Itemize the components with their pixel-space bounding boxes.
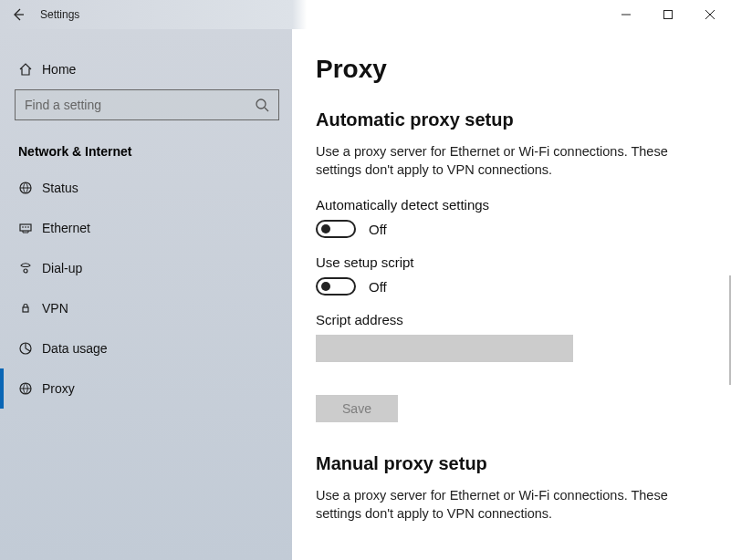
sidebar-item-ethernet[interactable]: Ethernet [0,208,292,248]
data-usage-icon [18,339,42,358]
dialup-icon [18,259,42,277]
script-address-label: Script address [316,312,704,327]
auto-proxy-heading: Automatic proxy setup [316,109,704,130]
sidebar-item-label: VPN [42,301,68,316]
save-button[interactable]: Save [316,395,398,422]
sidebar-item-label: Status [42,181,78,195]
sidebar-item-status[interactable]: Status [0,168,292,208]
main-content: Proxy Automatic proxy setup Use a proxy … [292,29,731,560]
home-icon [18,60,42,78]
sidebar: Home Network & Internet Status Ethernet … [0,29,292,560]
svg-rect-5 [23,307,28,312]
sidebar-item-datausage[interactable]: Data usage [0,328,292,368]
manual-proxy-desc: Use a proxy server for Ethernet or Wi-Fi… [316,487,704,523]
search-input-wrap[interactable] [15,89,279,120]
title-bar: Settings [0,0,731,29]
auto-detect-label: Automatically detect settings [316,197,704,213]
auto-detect-toggle[interactable] [316,220,356,238]
sidebar-home-label: Home [42,62,76,77]
search-input[interactable] [25,98,245,112]
close-button[interactable] [689,0,731,29]
toggle-knob [321,224,330,233]
sidebar-item-label: Proxy [42,381,75,396]
sidebar-home[interactable]: Home [0,49,292,89]
script-address-input[interactable] [316,335,573,362]
maximize-button[interactable] [647,0,689,29]
minimize-button[interactable] [605,0,647,29]
page-title: Proxy [316,55,704,84]
auto-proxy-desc: Use a proxy server for Ethernet or Wi-Fi… [316,143,704,179]
sidebar-item-label: Dial-up [42,261,82,275]
window-controls [605,0,731,29]
svg-point-4 [24,269,27,273]
vpn-icon [18,299,42,317]
sidebar-item-vpn[interactable]: VPN [0,288,292,328]
sidebar-item-proxy[interactable]: Proxy [0,368,292,409]
setup-script-toggle[interactable] [316,277,356,296]
setup-script-label: Use setup script [316,254,704,270]
back-button[interactable] [0,0,37,29]
selection-indicator [0,368,4,409]
window-title: Settings [37,8,79,21]
ethernet-icon [18,219,42,237]
globe-icon [18,179,42,197]
sidebar-item-label: Data usage [42,341,108,356]
manual-proxy-heading: Manual proxy setup [316,453,704,474]
search-icon [255,98,269,112]
close-icon [705,10,715,19]
setup-script-state: Off [369,279,387,295]
sidebar-item-dialup[interactable]: Dial-up [0,248,292,288]
proxy-icon [18,379,42,398]
maximize-icon [663,10,673,19]
toggle-knob [321,282,330,291]
sidebar-item-label: Ethernet [42,221,90,235]
minimize-icon [621,10,631,19]
svg-rect-0 [664,11,673,19]
arrow-left-icon [11,7,26,22]
auto-detect-state: Off [369,222,387,237]
sidebar-category-heading: Network & Internet [0,128,292,168]
svg-point-1 [256,99,266,109]
